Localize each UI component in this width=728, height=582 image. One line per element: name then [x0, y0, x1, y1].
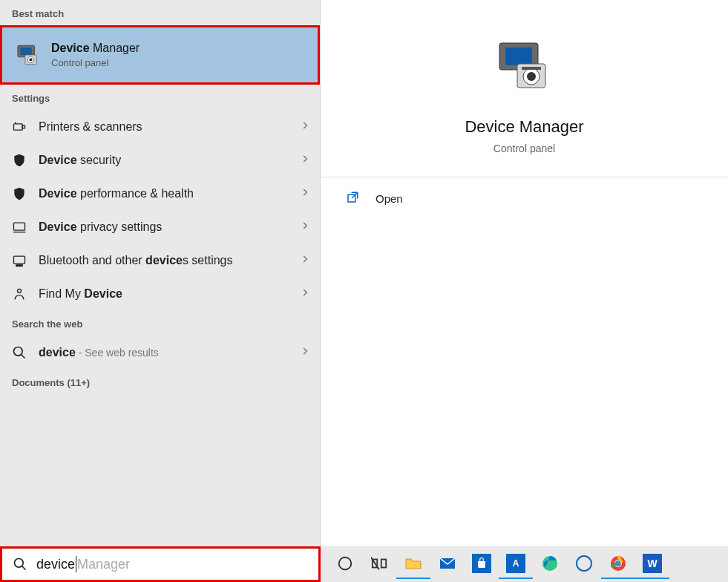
settings-item-icon: [12, 287, 27, 301]
section-header-documents: Documents (11+): [0, 369, 320, 394]
settings-item-label: Find My Device: [39, 287, 299, 301]
taskbar-word[interactable]: W: [635, 549, 669, 579]
taskbar: A W: [321, 546, 728, 582]
open-icon: [346, 191, 361, 206]
svg-point-4: [29, 58, 32, 61]
taskbar-app-blue[interactable]: A: [499, 549, 533, 579]
settings-item-label: Device performance & health: [39, 187, 299, 200]
settings-item-icon: [12, 220, 27, 235]
settings-result-item[interactable]: Bluetooth and other devices settings: [0, 243, 320, 277]
svg-rect-1: [20, 48, 32, 55]
search-icon: [13, 557, 27, 572]
chevron-right-icon: [299, 154, 311, 167]
section-header-web: Search the web: [0, 310, 320, 336]
chevron-right-icon: [299, 120, 311, 134]
svg-point-19: [527, 72, 536, 81]
svg-point-25: [339, 558, 352, 570]
svg-rect-27: [381, 560, 386, 568]
svg-rect-5: [14, 123, 23, 129]
chevron-right-icon: [299, 287, 311, 301]
taskbar-dell[interactable]: [567, 549, 601, 579]
settings-item-icon: [12, 186, 27, 201]
svg-line-24: [22, 566, 26, 570]
preview-title: Device Manager: [465, 117, 583, 137]
svg-point-13: [14, 347, 23, 356]
svg-line-14: [22, 354, 25, 358]
taskbar-file-explorer[interactable]: [396, 549, 430, 579]
svg-rect-10: [14, 256, 25, 264]
svg-rect-20: [522, 67, 541, 70]
device-manager-icon-large: [495, 36, 554, 95]
search-typed-text: device: [36, 557, 75, 572]
chevron-right-icon: [299, 254, 311, 267]
taskbar-edge[interactable]: [533, 549, 567, 579]
svg-point-12: [18, 289, 22, 292]
settings-result-item[interactable]: Device privacy settings: [0, 210, 320, 243]
svg-rect-11: [16, 264, 22, 266]
section-header-settings: Settings: [0, 85, 320, 110]
search-input[interactable]: device Manager: [0, 546, 321, 582]
best-match-result[interactable]: Device Manager Control panel: [0, 25, 320, 85]
svg-rect-6: [22, 125, 24, 128]
search-results-panel: Best match Device Manager Control panel …: [0, 0, 321, 546]
taskbar-store[interactable]: [465, 549, 499, 579]
settings-result-item[interactable]: Find My Device: [0, 277, 320, 310]
search-icon: [12, 345, 27, 360]
settings-result-item[interactable]: Device security: [0, 143, 320, 177]
settings-item-label: Device privacy settings: [39, 220, 299, 234]
settings-result-item[interactable]: Printers & scanners: [0, 110, 320, 143]
settings-item-label: Bluetooth and other devices settings: [39, 254, 299, 267]
preview-subtitle: Control panel: [493, 143, 555, 154]
svg-point-31: [577, 556, 591, 571]
settings-item-label: Device security: [39, 154, 299, 167]
preview-pane: Device Manager Control panel Open: [321, 0, 728, 546]
preview-action-label: Open: [376, 192, 403, 205]
svg-rect-16: [505, 48, 532, 65]
preview-header: Device Manager Control panel: [321, 0, 728, 177]
taskbar-mail[interactable]: [430, 549, 465, 579]
best-match-text: Device Manager Control panel: [51, 40, 140, 69]
section-header-best-match: Best match: [0, 0, 320, 25]
taskbar-cortana[interactable]: [328, 549, 362, 579]
settings-results-list: Printers & scannersDevice securityDevice…: [0, 110, 320, 310]
preview-action-open[interactable]: Open: [321, 177, 728, 219]
settings-item-label: Printers & scanners: [39, 120, 299, 134]
chevron-right-icon: [299, 220, 311, 234]
settings-result-item[interactable]: Device performance & health: [0, 177, 320, 210]
settings-item-icon: [12, 153, 27, 168]
svg-rect-8: [14, 223, 25, 230]
chevron-right-icon: [299, 346, 311, 359]
search-autocomplete-hint: Manager: [77, 557, 130, 572]
settings-item-icon: [12, 120, 27, 134]
svg-point-23: [15, 559, 24, 568]
taskbar-chrome[interactable]: [601, 549, 635, 579]
taskbar-task-view[interactable]: [362, 549, 396, 579]
chevron-right-icon: [299, 187, 311, 200]
web-search-result[interactable]: device - See web results: [0, 336, 320, 369]
settings-item-icon: [12, 253, 27, 268]
device-manager-icon: [16, 42, 41, 68]
